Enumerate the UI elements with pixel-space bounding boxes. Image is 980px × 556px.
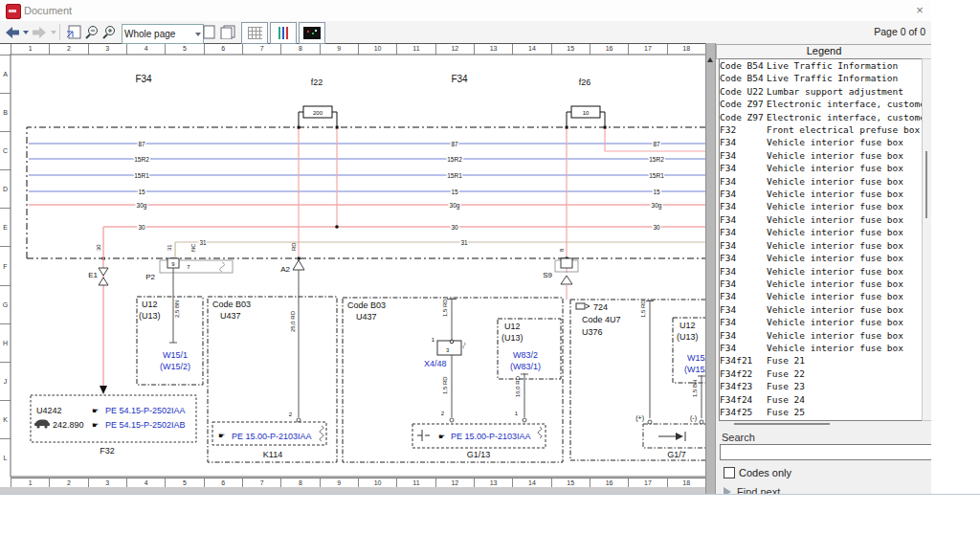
legend-row[interactable]: F34 Vehicle interior fuse box xyxy=(720,175,923,188)
multi-page-button[interactable] xyxy=(220,25,235,43)
legend-horizontal-scroll-thumb[interactable] xyxy=(734,423,830,425)
legend-row[interactable]: F34 Vehicle interior fuse box xyxy=(720,226,923,238)
legend-code: F34 xyxy=(720,342,767,354)
wire-label-25rd: 25,0 RD xyxy=(290,310,296,332)
plus-label: (+) xyxy=(635,414,644,422)
wire-label-1-5rd: 1,5 RD xyxy=(442,376,448,394)
legend-row[interactable]: F34 Vehicle interior fuse box xyxy=(720,252,923,264)
legend-row[interactable]: F34 Vehicle interior fuse box xyxy=(720,200,923,212)
label-f34-right: F34 xyxy=(451,74,468,84)
legend-row[interactable]: Code U22 Lumbar support adjustment xyxy=(720,85,923,98)
legend-list[interactable]: Code B54 Live Traffic Information Code B… xyxy=(719,58,924,421)
box-u12-label: U12 xyxy=(142,300,158,309)
forward-caret-icon xyxy=(51,31,56,34)
fit-page-button[interactable] xyxy=(66,25,81,43)
back-button[interactable] xyxy=(4,23,29,41)
legend-description: Electronic interface, customer re xyxy=(767,98,923,110)
wire-label-1-5rd: 1,5 RD xyxy=(442,299,448,317)
legend-row[interactable]: F34 Vehicle interior fuse box xyxy=(720,136,923,148)
forward-button[interactable] xyxy=(32,23,56,41)
legend-row[interactable]: F32 Front electrical prefuse box xyxy=(720,123,923,136)
legend-row[interactable]: F34 Vehicle interior fuse box xyxy=(720,162,923,174)
legend-row[interactable]: Code B54 Live Traffic Information xyxy=(720,72,923,84)
bus-label-31: 31 xyxy=(460,239,468,246)
legend-row[interactable]: F34 Vehicle interior fuse box xyxy=(720,290,923,302)
u437-label: U437 xyxy=(220,311,241,321)
zoom-out-button[interactable] xyxy=(84,25,100,43)
zoom-in-button[interactable] xyxy=(101,25,117,43)
link-x4-48[interactable]: X4/48 xyxy=(424,359,447,368)
legend-description: Vehicle interior fuse box xyxy=(767,226,923,238)
link-pe-2502b[interactable]: PE 54.15-P-2502IAB xyxy=(105,420,186,430)
legend-row[interactable]: F34f23 Fuse 23 xyxy=(720,380,923,392)
legend-vertical-scrollbar[interactable] xyxy=(922,58,931,421)
zoom-level-select[interactable]: Whole page xyxy=(122,24,204,44)
link-pe-2502a[interactable]: PE 54.15-P-2502IAA xyxy=(105,406,186,415)
legend-row[interactable]: F34 Vehicle interior fuse box xyxy=(720,303,923,316)
u376-label: U376 xyxy=(582,327,603,337)
back-caret-icon[interactable] xyxy=(23,31,29,34)
legend-row[interactable]: F34 Vehicle interior fuse box xyxy=(720,149,923,162)
724-label: 724 xyxy=(593,302,608,312)
legend-row[interactable]: F34 Vehicle interior fuse box xyxy=(720,213,923,226)
fuse-f22-value: 200 xyxy=(313,110,323,116)
legend-row[interactable]: F34f24 Fuse 24 xyxy=(720,393,923,406)
box-u12-label: U12 xyxy=(679,321,696,330)
link-w83-1[interactable]: (W83/1) xyxy=(510,362,541,371)
g1-7-label: G1/7 xyxy=(667,450,686,459)
codes-only-checkbox[interactable] xyxy=(724,467,735,478)
link-w15-2[interactable]: (W15/2) xyxy=(160,362,190,371)
link-w83-2[interactable]: W83/2 xyxy=(513,350,538,360)
legend-row[interactable]: Code B54 Live Traffic Information xyxy=(720,59,923,72)
legend-row[interactable]: F34f22 Fuse 22 xyxy=(720,367,923,380)
legend-description: Fuse 22 xyxy=(767,367,923,380)
wire-label-16rd: 16,0 RD xyxy=(515,375,521,397)
link-w15-1[interactable]: W15/1 xyxy=(163,350,188,360)
link-pe-2103-mid[interactable]: PE 15.00-P-2103IAA xyxy=(451,432,531,441)
box-u13-label: (U13) xyxy=(501,333,523,343)
legend-description: Live Traffic Information xyxy=(767,59,923,72)
legend-row[interactable]: F34 Vehicle interior fuse box xyxy=(720,342,923,354)
legend-scroll-thumb[interactable] xyxy=(925,151,927,218)
legend-code: F34 xyxy=(720,162,767,174)
color-bars-button[interactable] xyxy=(270,22,297,44)
box-u13-label: (U13) xyxy=(677,332,699,342)
legend-row[interactable]: F34 Vehicle interior fuse box xyxy=(720,239,923,252)
legend-row[interactable]: Code Z97 Electronic interface, customer … xyxy=(720,111,923,123)
legend-row[interactable]: F34 Vehicle interior fuse box xyxy=(720,278,923,290)
invert-colors-icon xyxy=(303,27,321,39)
bus-label-15r1: 15R1 xyxy=(447,172,462,179)
legend-row[interactable]: F34f21 Fuse 21 xyxy=(720,354,923,367)
legend-row[interactable]: Code Z97 Electronic interface, customer … xyxy=(720,98,923,110)
link-pe-2103-left[interactable]: PE 15.00-P-2103IAA xyxy=(232,432,312,441)
invert-colors-button[interactable] xyxy=(299,22,325,44)
window-bottom-edge xyxy=(0,494,980,495)
legend-row[interactable]: F34 Vehicle interior fuse box xyxy=(720,188,923,200)
works-hand-icon: ☛ xyxy=(218,432,225,440)
legend-code: F34 xyxy=(720,149,767,162)
bus-label-15: 15 xyxy=(653,189,660,195)
legend-row[interactable]: F34 Vehicle interior fuse box xyxy=(720,316,923,328)
legend-row[interactable]: F34f25 Fuse 25 xyxy=(720,406,923,418)
legend-description: Vehicle interior fuse box xyxy=(767,342,923,354)
back-arrow-icon xyxy=(4,26,20,39)
close-icon[interactable]: × xyxy=(911,3,928,18)
legend-description: Fuse 21 xyxy=(767,354,923,367)
single-page-button[interactable] xyxy=(203,25,216,43)
toolbar: Whole page Page 0 of 0 xyxy=(0,21,931,44)
wiring-diagram-canvas[interactable]: F34 f22 F34 f26 87 87 87 15R2 15R2 15R2 … xyxy=(0,43,705,487)
scroll-up-icon[interactable] xyxy=(707,57,713,62)
link-w15-2[interactable]: (W15/2) xyxy=(684,365,705,374)
connector-a2-label: A2 xyxy=(280,265,290,274)
single-page-icon xyxy=(203,25,216,39)
link-w15-1[interactable]: W15/1 xyxy=(687,353,705,363)
legend-code: F34f23 xyxy=(720,380,767,392)
grid-toggle-button[interactable] xyxy=(241,22,268,44)
legend-code: F34 xyxy=(720,316,767,328)
code-b03-label: Code B03 xyxy=(212,300,251,309)
legend-row[interactable]: F34 Vehicle interior fuse box xyxy=(720,329,923,342)
legend-code: F34 xyxy=(720,175,767,188)
label-f34-left: F34 xyxy=(135,74,152,84)
legend-row[interactable]: F34 Vehicle interior fuse box xyxy=(720,265,923,278)
search-input[interactable] xyxy=(720,444,931,460)
